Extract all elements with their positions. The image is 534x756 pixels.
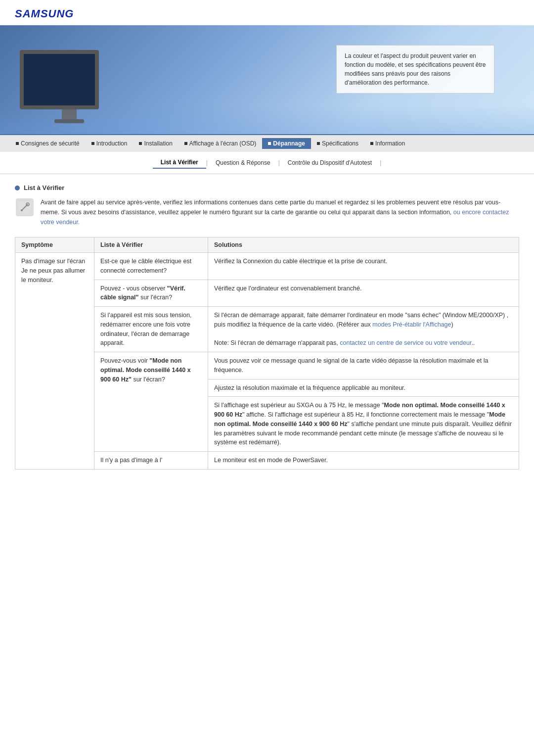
nav-item-affichage[interactable]: Affichage à l'écran (OSD) [178, 138, 262, 149]
check-table: Symptôme Liste à Vérifier Solutions Pas … [15, 237, 519, 470]
section-dot-icon [15, 186, 20, 190]
table-row: Pas d'image sur l'écran Je ne peux pas a… [15, 253, 519, 280]
check-cell-1-1: Est-ce que le câble électrique est conne… [94, 253, 208, 280]
solution-cell-1-3: Si l'écran de démarrage apparait, faite … [208, 307, 519, 352]
nav-bullet-introduction [91, 142, 94, 145]
nav-bullet-specifications [317, 142, 320, 145]
nav-item-consignes[interactable]: Consignes de sécurité [10, 138, 86, 149]
solution-cell-1-1: Vérifiez la Connexion du cable électriqu… [208, 253, 519, 280]
nav-bullet-depannage [268, 142, 271, 145]
subnav-autotest[interactable]: Contrôle du Dispositif d'Autotest [280, 157, 380, 168]
hero-description: La couleur et l'aspect du produit peuven… [345, 52, 486, 86]
nav-label-information: Information [375, 140, 405, 147]
subnav-list[interactable]: List à Vérifier [153, 157, 206, 169]
check-cell-1-3: Si l'appareil est mis sous tension, redé… [94, 307, 208, 352]
hero-wave-decoration [0, 104, 534, 134]
table-header-row: Symptôme Liste à Vérifier Solutions [15, 237, 519, 253]
link-contact-service[interactable]: contactez un centre de service ou votre … [340, 339, 471, 346]
check-cell-1-2: Pouvez - vous observer "Vérif. câble sig… [94, 280, 208, 307]
section-header: List à Vérifier [15, 184, 519, 191]
intro-text: Avant de faire appel au service après-ve… [41, 197, 519, 227]
svg-point-2 [21, 209, 23, 211]
intro-block: Avant de faire appel au service après-ve… [15, 197, 519, 227]
nav-item-depannage[interactable]: Dépannage [262, 138, 311, 149]
monitor-screen [20, 50, 99, 109]
check-cell-1-4: Pouvez-vous voir "Mode non optimal. Mode… [94, 352, 208, 452]
nav-label-consignes: Consignes de sécurité [21, 140, 80, 147]
nav-item-installation[interactable]: Installation [133, 138, 178, 149]
nav-bullet-installation [139, 142, 142, 145]
subnav-sep-3: | [380, 159, 381, 166]
solution-cell-1-4c: Si l'affichage est supérieur au SXGA ou … [208, 397, 519, 452]
nav-item-specifications[interactable]: Spécifications [311, 138, 364, 149]
check-cell-1-5: Il n'y a pas d'image à l' [94, 452, 208, 470]
intro-paragraph: Avant de faire appel au service après-ve… [41, 199, 500, 216]
nav-item-information[interactable]: Information [364, 138, 411, 149]
nav-bullet-affichage [184, 142, 187, 145]
nav-label-specifications: Spécifications [322, 140, 358, 147]
solution-cell-1-4a: Vous pouvez voir ce message quand le sig… [208, 352, 519, 379]
solution-cell-1-5: Le moniteur est en mode de PowerSaver. [208, 452, 519, 470]
main-navigation: Consignes de sécurité Introduction Insta… [0, 134, 534, 152]
nav-label-introduction: Introduction [96, 140, 128, 147]
col-header-symptome: Symptôme [15, 237, 94, 253]
subnav-qa-label: Question & Réponse [216, 159, 270, 166]
main-content: List à Vérifier Avant de faire appel au … [0, 174, 534, 479]
symptom-cell-1: Pas d'image sur l'écran Je ne peux pas a… [15, 253, 94, 470]
page-header: SAMSUNG [0, 0, 534, 20]
solution-cell-1-4b: Ajustez la résolution maximale et la fré… [208, 379, 519, 397]
brand-logo: SAMSUNG [15, 7, 519, 20]
wrench-icon [16, 198, 34, 216]
nav-bullet-information [370, 142, 373, 145]
section-title: List à Vérifier [24, 184, 64, 191]
nav-label-installation: Installation [144, 140, 172, 147]
col-header-solutions: Solutions [208, 237, 519, 253]
wrench-icon-container [15, 197, 35, 217]
col-header-liste: Liste à Vérifier [94, 237, 208, 253]
subnav-autotest-label: Contrôle du Dispositif d'Autotest [288, 159, 372, 166]
link-modes-pre[interactable]: modes Pré-établir l'Affichage [372, 321, 451, 328]
hero-banner: La couleur et l'aspect du produit peuven… [0, 25, 534, 134]
subnav-qa[interactable]: Question & Réponse [208, 157, 278, 168]
sub-navigation: List à Vérifier | Question & Réponse | C… [0, 152, 534, 174]
subnav-list-label: List à Vérifier [161, 159, 198, 166]
nav-label-depannage: Dépannage [273, 140, 305, 147]
nav-bullet-consignes [16, 142, 19, 145]
nav-label-affichage: Affichage à l'écran (OSD) [189, 140, 256, 147]
hero-text-box: La couleur et l'aspect du produit peuven… [336, 45, 494, 94]
solution-cell-1-2: Vérifiez que l'ordinateur est convenable… [208, 280, 519, 307]
nav-item-introduction[interactable]: Introduction [86, 138, 134, 149]
